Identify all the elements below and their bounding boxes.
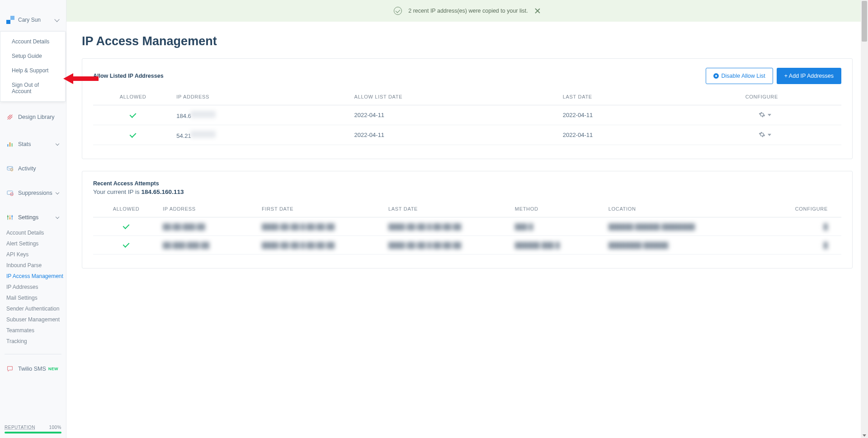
last-date: 2022-04-11 <box>559 125 706 145</box>
gear-icon <box>759 131 765 139</box>
col-location: LOCATION <box>605 200 759 217</box>
settings-subitems: Account Details Alert Settings API Keys … <box>0 226 66 349</box>
divider <box>5 354 61 354</box>
nav-settings[interactable]: Settings <box>0 208 66 226</box>
table-row: 184.6 2022-04-11 2022-04-11 <box>93 105 841 125</box>
col-allowed: ALLOWED <box>93 88 173 105</box>
account-name: Cary Sun <box>18 17 55 23</box>
sub-teammates[interactable]: Teammates <box>5 325 66 336</box>
sidebar: Cary Sun Account Details Setup Guide Hel… <box>0 0 66 438</box>
brand-logo-icon <box>6 16 14 24</box>
settings-icon <box>6 214 14 221</box>
nav-label: Twilio SMS <box>18 366 46 372</box>
main-content: 2 recent IP address(es) were copied to y… <box>66 0 868 438</box>
col-last-date: LAST DATE <box>559 88 706 105</box>
configure-redacted: █ <box>824 242 828 249</box>
col-first-date: FIRST DATE <box>258 200 385 217</box>
svg-point-12 <box>9 217 10 219</box>
card-title: Recent Access Attempts <box>93 180 841 187</box>
location-redacted: ██████ ██████ ████████ <box>609 223 695 230</box>
nav-label: Stats <box>18 141 31 147</box>
table-row: 54.21 2022-04-11 2022-04-11 <box>93 125 841 145</box>
add-ip-addresses-button[interactable]: + Add IP Addresses <box>777 68 841 84</box>
caret-down-icon <box>768 134 771 136</box>
nav-label: Suppressions <box>18 190 52 196</box>
configure-menu[interactable] <box>759 131 771 139</box>
sub-api-keys[interactable]: API Keys <box>5 249 66 260</box>
last-date: 2022-04-11 <box>559 105 706 125</box>
location-redacted: ████████ ██████ <box>609 242 669 249</box>
disable-allow-list-button[interactable]: Disable Allow List <box>706 68 773 84</box>
btn-label: Disable Allow List <box>722 73 765 79</box>
chevron-down-icon <box>56 190 59 194</box>
last-date-redacted: ████-██-██ █:██:██ ██ <box>388 242 461 249</box>
chevron-down-icon <box>56 141 59 145</box>
btn-label: + Add IP Addresses <box>784 73 834 79</box>
reputation-bar <box>5 432 61 433</box>
ip-redacted: ██.██.███.██ <box>163 223 205 230</box>
chat-icon <box>6 365 14 372</box>
svg-rect-1 <box>9 142 11 146</box>
first-date-redacted: ████-██-██ █:██:██ ██ <box>262 242 335 249</box>
sub-tracking[interactable]: Tracking <box>5 336 66 347</box>
dropdown-help-support[interactable]: Help & Support <box>0 63 65 78</box>
col-allowed: ALLOWED <box>93 200 159 217</box>
dropdown-setup-guide[interactable]: Setup Guide <box>0 49 65 63</box>
last-date-redacted: ████-██-██ █:██:██ ██ <box>388 223 461 230</box>
col-ip: IP ADDRESS <box>159 200 258 217</box>
check-icon <box>123 222 130 229</box>
caret-down-icon <box>768 114 771 116</box>
nav-design-library[interactable]: Design Library <box>0 108 66 126</box>
sub-account-details[interactable]: Account Details <box>5 227 66 238</box>
sub-ip-access-management[interactable]: IP Access Management <box>5 271 66 282</box>
card-title: Allow Listed IP Addresses <box>93 73 164 79</box>
nav-label: Settings <box>18 214 38 221</box>
scrollbar-thumb[interactable] <box>862 1 867 42</box>
recent-access-table: ALLOWED IP ADDRESS FIRST DATE LAST DATE … <box>93 200 841 254</box>
current-ip-text: Your current IP is 184.65.160.113 <box>93 188 841 195</box>
page-title: IP Access Management <box>82 34 853 48</box>
ip-redacted <box>190 131 216 138</box>
col-configure: CONFIGURE <box>706 88 841 105</box>
chevron-down-icon <box>54 17 59 22</box>
sub-sender-authentication[interactable]: Sender Authentication <box>5 303 66 314</box>
nav-stats[interactable]: Stats <box>0 135 66 153</box>
account-switcher[interactable]: Cary Sun <box>0 11 66 28</box>
dropdown-sign-out[interactable]: Sign Out of Account <box>0 78 65 99</box>
close-icon[interactable] <box>534 8 541 14</box>
chevron-down-icon <box>56 215 59 218</box>
configure-menu[interactable] <box>759 111 771 119</box>
nav-suppressions[interactable]: Suppressions <box>0 184 66 202</box>
dropdown-account-details[interactable]: Account Details <box>0 34 65 49</box>
nav-activity[interactable]: Activity <box>0 160 66 178</box>
sub-subuser-management[interactable]: Subuser Management <box>5 314 66 325</box>
sub-mail-settings[interactable]: Mail Settings <box>5 292 66 303</box>
scrollbar[interactable] <box>861 0 868 438</box>
sub-alert-settings[interactable]: Alert Settings <box>5 238 66 249</box>
suppressions-icon <box>6 189 14 197</box>
sub-ip-addresses[interactable]: IP Addresses <box>5 282 66 292</box>
ip-redacted <box>190 111 216 118</box>
nav-twilio-sms[interactable]: Twilio SMS NEW <box>0 360 66 378</box>
col-allow-date: ALLOW LIST DATE <box>351 88 559 105</box>
recent-access-card: Recent Access Attempts Your current IP i… <box>82 171 853 268</box>
gear-icon <box>759 111 765 119</box>
reputation-label: REPUTATION <box>5 425 35 430</box>
check-icon <box>130 131 137 138</box>
first-date-redacted: ████-██-██ █:██:██ ██ <box>262 223 335 230</box>
stats-icon <box>6 141 14 148</box>
account-dropdown: Account Details Setup Guide Help & Suppo… <box>0 31 66 102</box>
table-row: ██.██.███.██ ████-██-██ █:██:██ ██ ████-… <box>93 217 841 236</box>
disable-icon <box>713 73 719 79</box>
sub-inbound-parse[interactable]: Inbound Parse <box>5 260 66 271</box>
reputation-value: 100% <box>49 425 61 430</box>
svg-rect-2 <box>11 143 13 146</box>
method-redacted: ███ █ <box>515 223 533 230</box>
col-configure: CONFIGURE <box>759 200 841 217</box>
scrollbar-arrow-down-icon[interactable] <box>863 434 866 437</box>
svg-point-13 <box>11 216 13 217</box>
col-ip: IP ADDRESS <box>173 88 350 105</box>
svg-rect-0 <box>7 144 9 146</box>
ip-prefix: 184.6 <box>176 113 191 119</box>
design-library-icon <box>6 113 14 121</box>
